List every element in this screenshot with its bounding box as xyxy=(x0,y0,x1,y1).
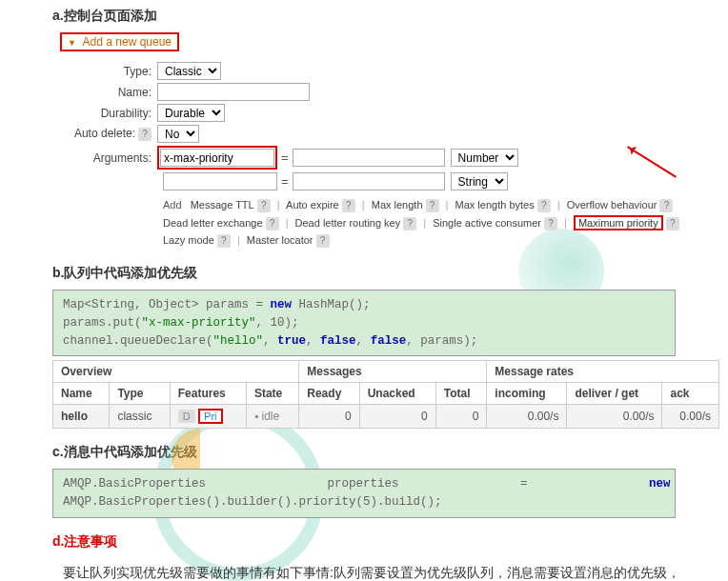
help-icon[interactable]: ? xyxy=(666,217,679,230)
help-icon[interactable]: ? xyxy=(257,199,271,212)
cell-name: hello xyxy=(53,405,110,429)
th-incoming: incoming xyxy=(487,383,567,405)
help-icon[interactable]: ? xyxy=(426,199,439,212)
hint-overflow[interactable]: Overflow behaviour xyxy=(567,199,657,210)
th-deliver: deliver / get xyxy=(567,383,662,405)
arguments-label: Arguments: xyxy=(52,151,157,165)
hint-auto-expire[interactable]: Auto expire xyxy=(286,199,339,210)
cell-features: D Pri xyxy=(170,405,246,429)
hint-max-length-bytes[interactable]: Max length bytes xyxy=(455,199,535,210)
arguments-key-highlight xyxy=(157,146,277,170)
cell-ack: 0.00/s xyxy=(662,405,719,429)
hint-master-locator[interactable]: Master locator xyxy=(247,234,313,246)
section-b-title: b.队列中代码添加优先级 xyxy=(52,265,728,282)
th-overview: Overview xyxy=(53,361,299,383)
durability-select[interactable]: Durable xyxy=(157,104,225,122)
cell-deliver: 0.00/s xyxy=(567,405,662,429)
add-queue-header-text: Add a new queue xyxy=(83,35,172,49)
table-row[interactable]: hello classic D Pri ▪ idle 0 0 0 0.00/s … xyxy=(53,405,719,429)
th-name: Name xyxy=(53,383,110,405)
hint-lazy-mode[interactable]: Lazy mode xyxy=(163,234,214,246)
hint-dlrk[interactable]: Dead letter routing key xyxy=(295,217,401,229)
notice-paragraph: 要让队列实现优先级需要做的事情有如下事情:队列需要设置为优先级队列，消息需要设置… xyxy=(36,560,692,581)
type-label: Type: xyxy=(52,65,157,78)
section-c-title: c.消息中代码添加优先级 xyxy=(52,444,728,461)
arguments-value-input[interactable] xyxy=(293,149,445,167)
equals-sign: = xyxy=(281,150,289,165)
name-input[interactable] xyxy=(157,83,310,101)
autodelete-label: Auto delete:? xyxy=(52,127,157,141)
type-select[interactable]: Classic xyxy=(157,62,221,80)
cell-ready: 0 xyxy=(299,405,359,429)
cell-total: 0 xyxy=(435,405,487,429)
cell-incoming: 0.00/s xyxy=(487,405,567,429)
help-icon[interactable]: ? xyxy=(266,217,279,230)
equals-sign: = xyxy=(281,174,289,189)
arguments-type2-select[interactable]: String xyxy=(451,172,508,190)
code-block-queue: Map<String, Object> params = new HashMap… xyxy=(52,290,676,356)
th-ready: Ready xyxy=(299,383,359,405)
section-d-title: d.注意事项 xyxy=(52,533,728,551)
add-label: Add xyxy=(163,199,182,210)
argument-hints: Add Message TTL? | Auto expire? | Max le… xyxy=(163,196,709,250)
section-a-title: a.控制台页面添加 xyxy=(52,8,728,25)
th-messages: Messages xyxy=(299,361,487,383)
hint-sac[interactable]: Single active consumer xyxy=(433,217,541,229)
th-rates: Message rates xyxy=(487,361,719,383)
name-label: Name: xyxy=(52,86,157,99)
durability-label: Durability: xyxy=(52,107,157,120)
th-type: Type xyxy=(110,383,170,405)
cell-state: ▪ idle xyxy=(246,405,298,429)
help-icon[interactable]: ? xyxy=(316,234,330,248)
cell-unacked: 0 xyxy=(359,405,435,429)
hint-maximum-priority[interactable]: Maximum priority xyxy=(574,215,663,230)
queue-table: Overview Messages Message rates Name Typ… xyxy=(52,360,719,429)
arguments-key2-input[interactable] xyxy=(163,172,277,190)
hint-message-ttl[interactable]: Message TTL xyxy=(191,199,254,210)
code-block-message: AMQP.BasicProperties properties = new AM… xyxy=(52,469,676,518)
help-icon[interactable]: ? xyxy=(403,217,416,230)
th-total: Total xyxy=(435,383,487,405)
hint-max-length[interactable]: Max length xyxy=(372,199,423,210)
help-icon[interactable]: ? xyxy=(138,128,152,141)
arguments-key-input[interactable] xyxy=(160,149,274,167)
feature-priority-badge: Pri xyxy=(198,409,222,424)
disclosure-triangle-icon: ▼ xyxy=(68,38,76,48)
help-icon[interactable]: ? xyxy=(537,199,551,212)
cell-type: classic xyxy=(110,405,170,429)
hint-dlx[interactable]: Dead letter exchange xyxy=(163,217,263,229)
help-icon[interactable]: ? xyxy=(342,199,355,212)
th-unacked: Unacked xyxy=(359,383,435,405)
help-icon[interactable]: ? xyxy=(544,217,557,230)
th-features: Features xyxy=(170,383,246,405)
add-queue-header[interactable]: ▼ Add a new queue xyxy=(60,32,179,51)
arguments-value2-input[interactable] xyxy=(293,172,445,190)
help-icon[interactable]: ? xyxy=(217,234,231,248)
arguments-type-select[interactable]: Number xyxy=(451,149,518,167)
th-ack: ack xyxy=(662,383,719,405)
help-icon[interactable]: ? xyxy=(659,199,673,212)
autodelete-select[interactable]: No xyxy=(157,125,199,143)
th-state: State xyxy=(246,383,298,405)
feature-durable-badge: D xyxy=(178,410,195,423)
